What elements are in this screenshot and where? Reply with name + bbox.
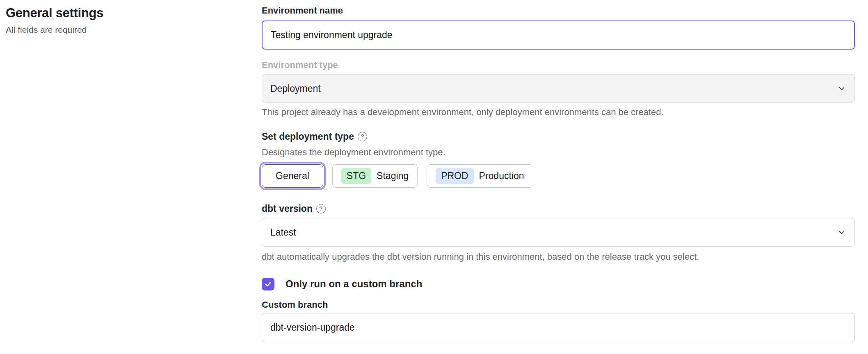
environment-settings-form: Environment name Environment type Deploy… — [262, 5, 855, 342]
custom-branch-label: Custom branch — [262, 299, 855, 311]
custom-branch-checkbox-label: Only run on a custom branch — [286, 278, 422, 290]
custom-branch-checkbox[interactable] — [262, 278, 274, 290]
page-subtitle: All fields are required — [6, 25, 103, 35]
environment-type-select[interactable]: Deployment — [262, 74, 855, 103]
dbt-version-select[interactable]: Latest — [262, 218, 855, 247]
deployment-option-general[interactable]: General — [262, 164, 323, 188]
environment-name-input[interactable] — [262, 20, 855, 50]
custom-branch-input[interactable] — [262, 313, 855, 342]
dbt-version-group: dbt version ? Latest dbt automatically u… — [262, 203, 855, 262]
environment-name-label: Environment name — [262, 5, 855, 16]
dbt-version-value: Latest — [270, 227, 296, 238]
help-question-icon[interactable]: ? — [316, 204, 326, 213]
page-title: General settings — [6, 6, 103, 20]
environment-type-value: Deployment — [270, 83, 321, 94]
dbt-version-label-row: dbt version ? — [262, 203, 855, 214]
custom-branch-checkbox-row[interactable]: Only run on a custom branch — [262, 277, 855, 290]
deployment-type-label: Set deployment type — [262, 131, 354, 142]
deployment-type-label-row: Set deployment type ? — [262, 131, 855, 142]
chevron-down-icon — [837, 228, 846, 237]
staging-badge: STG — [341, 168, 371, 184]
deployment-type-description: Designates the deployment environment ty… — [262, 147, 855, 158]
custom-branch-group: Custom branch — [262, 299, 855, 342]
dbt-version-label: dbt version — [262, 203, 313, 214]
environment-type-group: Environment type Deployment This project… — [262, 59, 855, 118]
deployment-option-general-label: General — [276, 170, 309, 182]
checkmark-icon — [264, 280, 272, 288]
deployment-type-options: General STG Staging PROD Production — [262, 163, 855, 188]
chevron-down-icon — [837, 84, 846, 93]
environment-name-group: Environment name — [262, 5, 855, 50]
deployment-option-staging-label: Staging — [377, 170, 409, 182]
deployment-type-group: Set deployment type ? Designates the dep… — [262, 131, 855, 188]
help-question-icon[interactable]: ? — [358, 132, 367, 141]
production-badge: PROD — [436, 168, 473, 184]
settings-header: General settings All fields are required — [6, 6, 103, 35]
environment-type-label: Environment type — [262, 59, 855, 71]
deployment-option-production-label: Production — [479, 170, 524, 182]
deployment-option-production[interactable]: PROD Production — [427, 164, 533, 188]
environment-type-helper: This project already has a development e… — [262, 107, 855, 118]
dbt-version-helper: dbt automatically upgrades the dbt versi… — [262, 252, 855, 262]
deployment-option-staging[interactable]: STG Staging — [332, 164, 418, 188]
